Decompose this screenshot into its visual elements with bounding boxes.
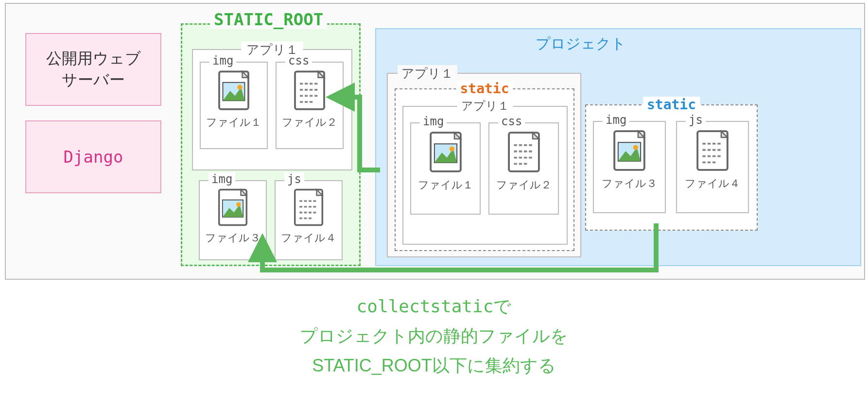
p-static2-folder-js: js ファイル４ — [676, 121, 749, 213]
image-file-icon — [594, 129, 665, 174]
image-file-icon — [201, 69, 267, 113]
folder-type-label: js — [284, 172, 304, 186]
folder-type-label: js — [686, 113, 706, 127]
p-app1-folder-img: img ファイル１ — [410, 122, 481, 215]
caption-line2: プロジェクト内の静的ファイルを — [0, 321, 868, 351]
project-title: プロジェクト — [536, 34, 626, 54]
caption: collectstaticで プロジェクト内の静的ファイルを STATIC_RO… — [0, 291, 868, 381]
sr-folder-img2: img ファイル３ — [199, 180, 267, 260]
image-file-icon — [200, 188, 266, 229]
p-app1-folder-css: css ファイル２ — [488, 122, 559, 215]
folder-type-label: css — [285, 54, 312, 68]
folder-type-label: img — [603, 113, 629, 127]
project-app1-outer: アプリ１ static アプリ１ img ファイル１ css ファイル２ — [387, 73, 581, 257]
static-root-box: アプリ１ img ファイル１ css ファイル２ img ファイル３ js ファ… — [181, 23, 361, 266]
web-server-label: 公開用ウェブ サーバー — [46, 48, 141, 91]
django-box: Django — [25, 120, 161, 193]
project-box: アプリ１ static アプリ１ img ファイル１ css ファイル２ — [375, 28, 861, 266]
folder-type-label: css — [498, 115, 525, 128]
project-app1-inner-label: アプリ１ — [457, 98, 513, 114]
file-name: ファイル１ — [411, 178, 480, 192]
project-static2-label: static — [643, 97, 700, 113]
project-static2: static img ファイル３ js ファイル４ — [585, 104, 758, 231]
django-label: Django — [64, 147, 123, 167]
project-app1-inner: アプリ１ img ファイル１ css ファイル２ — [402, 106, 568, 245]
text-file-icon — [677, 129, 748, 174]
text-file-icon — [276, 188, 342, 229]
file-name: ファイル３ — [594, 176, 665, 191]
image-file-icon — [411, 130, 480, 176]
file-name: ファイル２ — [277, 115, 343, 130]
file-name: ファイル３ — [200, 231, 266, 245]
text-file-icon — [277, 69, 343, 113]
web-server-box: 公開用ウェブ サーバー — [25, 33, 161, 106]
caption-line1: collectstaticで — [0, 291, 868, 321]
static-root-app1: アプリ１ img ファイル１ css ファイル２ — [192, 49, 352, 170]
project-app1-outer-label: アプリ１ — [398, 65, 457, 82]
p-static2-folder-img: img ファイル３ — [593, 121, 666, 213]
sr-folder-img1: img ファイル１ — [200, 62, 268, 149]
project-app1-static: static アプリ１ img ファイル１ css ファイル２ — [395, 88, 574, 251]
folder-type-label: img — [208, 172, 235, 186]
file-name: ファイル２ — [489, 178, 558, 192]
folder-type-label: img — [420, 115, 447, 128]
file-name: ファイル１ — [201, 115, 267, 130]
project-app1-static-label: static — [456, 81, 513, 97]
outer-container: 公開用ウェブ サーバー Django アプリ１ img ファイル１ css ファ… — [5, 3, 865, 280]
file-name: ファイル４ — [276, 231, 342, 245]
sr-folder-js: js ファイル４ — [275, 180, 343, 260]
sr-folder-css: css ファイル２ — [276, 62, 344, 149]
static-root-title: STATIC_ROOT — [210, 10, 327, 29]
file-name: ファイル４ — [677, 176, 748, 191]
text-file-icon — [489, 130, 558, 176]
folder-type-label: img — [209, 54, 236, 68]
caption-line3: STATIC_ROOT以下に集約する — [0, 351, 868, 380]
